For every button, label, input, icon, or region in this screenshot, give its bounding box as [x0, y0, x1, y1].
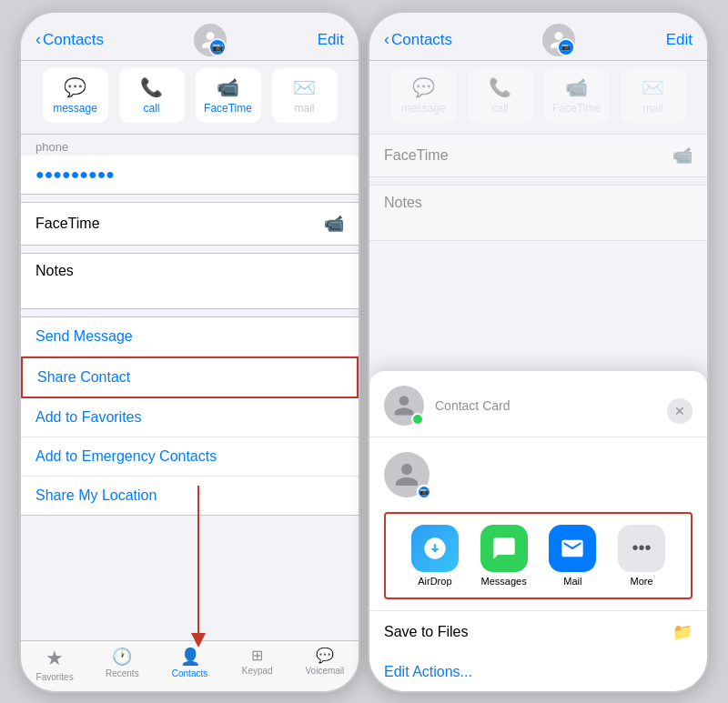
message-label: message	[53, 102, 97, 115]
phone-number-item[interactable]: ●●●●●●●●●	[21, 156, 359, 194]
call-icon: 📞	[140, 76, 163, 98]
right-notes-item[interactable]: Notes	[369, 186, 707, 240]
message-button[interactable]: 💬 message	[43, 68, 108, 123]
right-notes-section: Notes	[369, 185, 707, 241]
mail-app-icon	[549, 525, 596, 572]
menu-section: Send Message Share Contact Add to Favori…	[21, 316, 359, 516]
right-nav-bar: ‹ Contacts 📷 Edit	[369, 13, 707, 61]
back-button[interactable]: ‹ Contacts	[35, 30, 104, 49]
phone-header: phone	[21, 135, 359, 156]
share-contact-label: Share Contact	[37, 369, 130, 386]
recents-label: Recents	[106, 668, 139, 678]
right-facetime-video-icon: 📹	[672, 146, 693, 166]
phone-section: phone ●●●●●●●●●	[21, 134, 359, 195]
send-message-label: Send Message	[35, 328, 133, 345]
share-apps-row: AirDrop Messages Mail ••• More	[384, 512, 693, 599]
facetime-button[interactable]: 📹 FaceTime	[196, 68, 261, 123]
notes-item[interactable]: Notes	[21, 254, 359, 308]
messages-icon	[480, 525, 528, 572]
recents-icon: 🕐	[112, 647, 132, 667]
mail-label: mail	[294, 102, 314, 115]
right-notes-label: Notes	[384, 195, 422, 211]
right-message-label: message	[401, 102, 446, 115]
right-back-button[interactable]: ‹ Contacts	[384, 30, 452, 49]
airdrop-share-button[interactable]: AirDrop	[411, 525, 459, 587]
left-phone: ‹ Contacts 📷 Edit 💬 message 📞 call 📹 Fac…	[19, 11, 360, 693]
more-icon: •••	[618, 525, 665, 572]
right-facetime-label: FaceTime	[384, 147, 449, 164]
mail-button[interactable]: ✉️ mail	[272, 68, 338, 123]
share-location-item[interactable]: Share My Location	[21, 477, 359, 515]
right-facetime-item[interactable]: FaceTime 📹	[369, 135, 707, 176]
contact-facetime-badge: 📷	[417, 485, 431, 499]
add-favorites-item[interactable]: Add to Favorites	[21, 398, 359, 437]
folder-icon: 📁	[672, 622, 693, 642]
facetime-item[interactable]: FaceTime 📹	[21, 203, 359, 245]
back-label: Contacts	[43, 31, 104, 49]
share-sheet-avatar	[384, 386, 424, 426]
action-buttons-row: 💬 message 📞 call 📹 FaceTime ✉️ mail	[21, 61, 359, 134]
voicemail-label: Voicemail	[306, 666, 345, 676]
facetime-icon: 📹	[217, 76, 239, 98]
keypad-label: Keypad	[242, 666, 273, 676]
airdrop-icon	[411, 525, 459, 572]
right-facetime-label: FaceTime	[552, 102, 601, 115]
facetime-section: FaceTime 📹	[21, 202, 359, 246]
right-call-button[interactable]: 📞 call	[468, 68, 533, 123]
facetime-video-icon: 📹	[324, 214, 344, 234]
tab-favorites[interactable]: ★ Favorites	[21, 647, 88, 682]
notes-label: Notes	[35, 263, 74, 279]
right-message-icon: 💬	[412, 76, 435, 98]
edit-button[interactable]: Edit	[318, 31, 344, 49]
edit-actions-label: Edit Actions...	[384, 664, 472, 679]
contact-preview-avatar: 📷	[384, 452, 430, 497]
right-mail-icon: ✉️	[642, 76, 664, 98]
tab-recents[interactable]: 🕐 Recents	[88, 647, 156, 682]
right-call-icon: 📞	[489, 76, 511, 98]
right-facetime-icon: 📹	[565, 76, 588, 98]
airdrop-label: AirDrop	[418, 576, 451, 587]
add-emergency-item[interactable]: Add to Emergency Contacts	[21, 437, 359, 477]
tab-voicemail[interactable]: 💬 Voicemail	[291, 647, 359, 682]
more-share-button[interactable]: ••• More	[618, 525, 665, 587]
right-avatar: 📷	[542, 24, 575, 56]
mail-share-button[interactable]: Mail	[549, 525, 596, 587]
save-to-files-item[interactable]: Save to Files 📁	[369, 610, 707, 653]
right-call-label: call	[491, 102, 508, 115]
messages-share-button[interactable]: Messages	[480, 525, 528, 587]
phone-number: ●●●●●●●●●	[35, 166, 115, 183]
right-phone-content: 💬 message 📞 call 📹 FaceTime ✉️ mail Face…	[369, 61, 707, 248]
right-action-buttons-row: 💬 message 📞 call 📹 FaceTime ✉️ mail	[369, 61, 707, 134]
save-to-files-label: Save to Files	[384, 624, 468, 640]
right-facetime-button[interactable]: 📹 FaceTime	[544, 68, 610, 123]
right-back-label: Contacts	[391, 31, 452, 49]
notes-section: Notes	[21, 253, 359, 309]
call-button[interactable]: 📞 call	[119, 68, 185, 123]
edit-actions-button[interactable]: Edit Actions...	[369, 653, 707, 691]
facetime-label: FaceTime	[204, 102, 252, 115]
right-message-button[interactable]: 💬 message	[391, 68, 457, 123]
call-label: call	[143, 102, 159, 115]
share-close-button[interactable]: ✕	[667, 398, 693, 424]
mail-icon: ✉️	[293, 76, 316, 98]
contacts-icon: 👤	[180, 647, 200, 667]
message-icon: 💬	[64, 76, 86, 98]
right-mail-button[interactable]: ✉️ mail	[621, 68, 686, 123]
share-sheet: Contact Card ✕ 📷 AirDrop M	[369, 371, 707, 691]
tab-keypad[interactable]: ⊞ Keypad	[224, 647, 291, 682]
tab-contacts[interactable]: 👤 Contacts	[156, 647, 223, 682]
mail-label: Mail	[563, 576, 581, 587]
voicemail-icon: 💬	[316, 647, 334, 664]
facetime-label: FaceTime	[35, 216, 100, 232]
share-online-badge	[411, 413, 424, 426]
right-edit-button[interactable]: Edit	[666, 31, 693, 49]
messages-label: Messages	[481, 576, 527, 587]
share-sheet-header: Contact Card ✕	[369, 386, 707, 437]
right-mail-label: mail	[642, 102, 662, 115]
tab-bar: ★ Favorites 🕐 Recents 👤 Contacts ⊞ Keypa…	[21, 640, 359, 691]
avatar: 📷	[194, 24, 227, 56]
favorites-icon: ★	[46, 647, 64, 670]
share-contact-item[interactable]: Share Contact	[21, 357, 359, 398]
share-contact-preview: 📷	[369, 437, 707, 512]
send-message-item[interactable]: Send Message	[21, 317, 359, 357]
